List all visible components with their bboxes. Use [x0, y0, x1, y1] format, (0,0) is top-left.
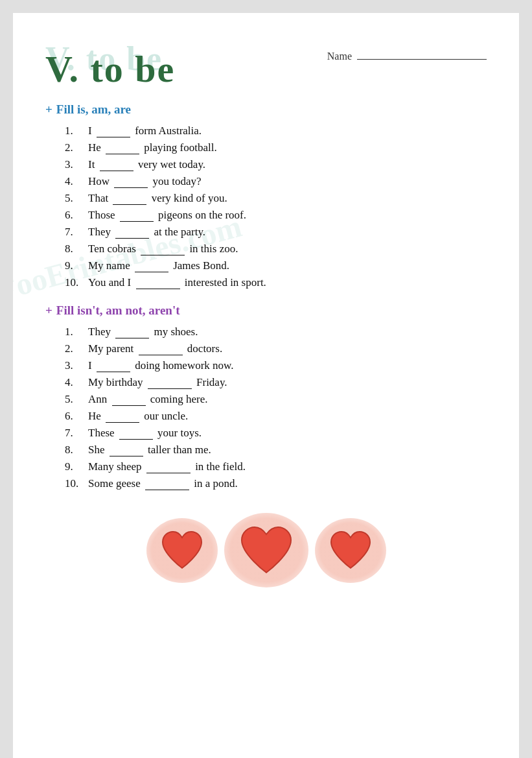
list-item: 6.He our uncle.	[65, 410, 487, 423]
section2-title: +Fill isn't, am not, aren't	[45, 303, 487, 318]
list-item: 5.Ann coming here.	[65, 393, 487, 406]
name-line: Name	[327, 51, 487, 62]
section1-plus: +	[45, 102, 52, 116]
hearts-decoration	[45, 510, 487, 591]
name-label: Name	[327, 51, 352, 62]
list-item: 7.These your toys.	[65, 427, 487, 440]
heart-svg-middle	[238, 525, 295, 576]
list-item: 3.It very wet today.	[65, 158, 487, 171]
heart-svg-left	[159, 529, 205, 571]
list-item: 7.They at the party.	[65, 226, 487, 239]
section1-title-text: Fill is, am, are	[56, 102, 131, 116]
list-item: 1.I form Australia.	[65, 124, 487, 137]
list-item: 1.They my shoes.	[65, 326, 487, 338]
title-area: V. to be V. to be	[45, 39, 285, 88]
list-item: 9.Many sheep in the field.	[65, 460, 487, 473]
heart-middle	[221, 510, 312, 591]
list-item: 8.She taller than me.	[65, 444, 487, 456]
list-item: 5.That very kind of you.	[65, 192, 487, 205]
section1-title: +Fill is, am, are	[45, 102, 487, 117]
header: V. to be V. to be Name	[45, 39, 487, 88]
list-item: 9.My name James Bond.	[65, 259, 487, 272]
list-item: 4.How you today?	[65, 175, 487, 188]
list-item: 3.I doing homework now.	[65, 359, 487, 372]
list-item: 10.You and I interested in sport.	[65, 276, 487, 289]
title-main: V. to be	[45, 51, 285, 88]
heart-left	[143, 515, 221, 586]
list-item: 4.My birthday Friday.	[65, 376, 487, 389]
list-item: 6.Those pigeons on the roof.	[65, 209, 487, 222]
list-item: 10.Some geese in a pond.	[65, 477, 487, 490]
section2-plus: +	[45, 303, 52, 317]
heart-svg-right	[327, 529, 374, 571]
section2-list: 1.They my shoes. 2.My parent doctors. 3.…	[65, 326, 487, 490]
section1-list: 1.I form Australia. 2.He playing footbal…	[65, 124, 487, 289]
section2-title-text: Fill isn't, am not, aren't	[56, 303, 180, 317]
list-item: 2.He playing football.	[65, 141, 487, 154]
heart-right	[312, 515, 389, 586]
name-underline	[357, 59, 487, 60]
list-item: 2.My parent doctors.	[65, 342, 487, 355]
worksheet-page: FooErintables.com V. to be V. to be Name…	[13, 13, 519, 758]
list-item: 8.Ten cobras in this zoo.	[65, 243, 487, 255]
